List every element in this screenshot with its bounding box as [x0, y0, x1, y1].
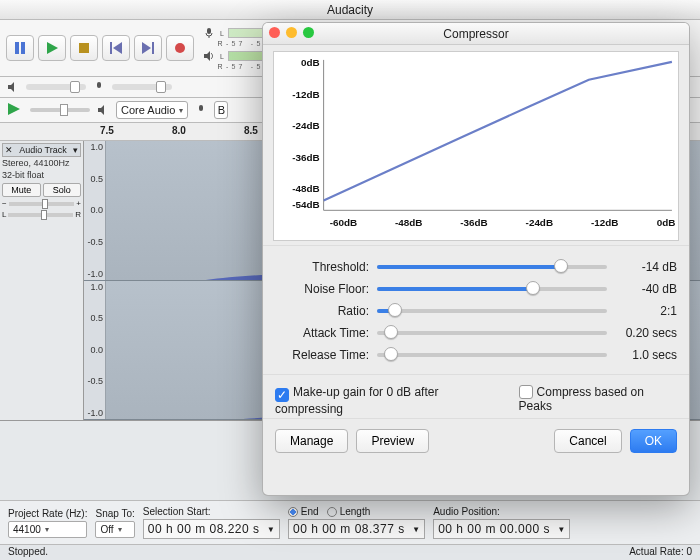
pan-r-label: R: [75, 210, 81, 219]
attack-slider[interactable]: [377, 331, 607, 335]
threshold-value: -14 dB: [615, 260, 677, 274]
ok-button[interactable]: OK: [630, 429, 677, 453]
amplitude-scale: 1.00.50.0-0.5-1.0: [84, 281, 106, 420]
status-text: Stopped.: [8, 546, 48, 559]
track-control-panel[interactable]: ✕ Audio Track ▾ Stereo, 44100Hz 32-bit f…: [0, 141, 84, 420]
rec-r-label: R: [216, 40, 224, 47]
audio-host-value: Core Audio: [121, 104, 175, 116]
selection-toolbar: Project Rate (Hz): 44100▾ Snap To: Off▾ …: [0, 500, 700, 544]
end-radio[interactable]: [288, 507, 298, 517]
svg-point-8: [175, 43, 185, 53]
noise-floor-label: Noise Floor:: [275, 282, 369, 296]
compressor-options: ✓Make-up gain for 0 dB after compressing…: [263, 374, 689, 418]
svg-marker-15: [98, 105, 104, 115]
pause-button[interactable]: [6, 35, 34, 61]
mic-icon: [194, 103, 208, 117]
track-menu[interactable]: ✕ Audio Track ▾: [2, 143, 81, 157]
close-track-icon[interactable]: ✕: [5, 145, 13, 155]
svg-text:0dB: 0dB: [657, 217, 676, 228]
audio-position-field[interactable]: 00 h 00 m 00.000 s ▾: [433, 519, 570, 539]
ratio-slider[interactable]: [377, 309, 607, 313]
svg-text:0dB: 0dB: [301, 57, 320, 68]
record-volume-slider[interactable]: [112, 84, 172, 90]
dialog-button-row: Manage Preview Cancel OK: [263, 418, 689, 463]
project-rate-select[interactable]: 44100▾: [8, 521, 87, 538]
release-value: 1.0 secs: [615, 348, 677, 362]
playback-speed-slider[interactable]: [30, 108, 90, 112]
skip-end-button[interactable]: [134, 35, 162, 61]
ruler-tick: 7.5: [100, 125, 114, 136]
skip-start-button[interactable]: [102, 35, 130, 61]
stop-button[interactable]: [70, 35, 98, 61]
svg-text:-48dB: -48dB: [292, 184, 319, 195]
pan-l-label: L: [2, 210, 6, 219]
chevron-down-icon: ▾: [45, 525, 49, 534]
snap-to-label: Snap To:: [95, 508, 134, 519]
play-l-label: L: [218, 53, 226, 60]
cancel-button[interactable]: Cancel: [554, 429, 621, 453]
attack-value: 0.20 secs: [615, 326, 677, 340]
track-gain-slider[interactable]: [9, 202, 75, 206]
speaker-icon: [202, 49, 216, 63]
record-device-select[interactable]: B: [214, 101, 228, 119]
solo-button[interactable]: Solo: [43, 183, 82, 197]
close-window-button[interactable]: [269, 27, 280, 38]
checkbox-checked-icon: ✓: [275, 388, 289, 402]
ratio-value: 2:1: [615, 304, 677, 318]
svg-marker-7: [142, 42, 151, 54]
noise-floor-value: -40 dB: [615, 282, 677, 296]
svg-text:-36dB: -36dB: [460, 217, 487, 228]
svg-marker-14: [8, 103, 20, 115]
preview-button[interactable]: Preview: [356, 429, 429, 453]
svg-text:-24dB: -24dB: [526, 217, 553, 228]
makeup-gain-checkbox[interactable]: ✓Make-up gain for 0 dB after compressing: [275, 385, 505, 416]
selection-start-field[interactable]: 00 h 00 m 08.220 s ▾: [143, 519, 280, 539]
compressor-dialog: Compressor 0dB -12dB -24dB -36dB -48dB -…: [262, 22, 690, 496]
track-format: Stereo, 44100Hz: [2, 157, 81, 169]
length-radio[interactable]: [327, 507, 337, 517]
svg-marker-5: [113, 42, 122, 54]
svg-rect-3: [79, 43, 89, 53]
play-button[interactable]: [38, 35, 66, 61]
actual-rate-text: Actual Rate: 0: [629, 546, 692, 559]
minimize-window-button[interactable]: [286, 27, 297, 38]
selection-end-field[interactable]: 00 h 00 m 08.377 s ▾: [288, 519, 425, 539]
mic-icon: [202, 26, 216, 40]
svg-rect-9: [207, 28, 211, 34]
rec-l-label: L: [218, 30, 226, 37]
zoom-window-button[interactable]: [303, 27, 314, 38]
end-label: End: [301, 506, 319, 517]
snap-to-select[interactable]: Off▾: [95, 521, 134, 538]
threshold-label: Threshold:: [275, 260, 369, 274]
svg-rect-0: [15, 42, 19, 54]
compressor-params: Threshold: -14 dB Noise Floor: -40 dB Ra…: [263, 245, 689, 374]
svg-rect-6: [152, 42, 154, 54]
speaker-icon: [96, 103, 110, 117]
release-slider[interactable]: [377, 353, 607, 357]
timeline-play-button[interactable]: [6, 101, 24, 119]
compress-peaks-checkbox[interactable]: Compress based on Peaks: [519, 385, 677, 416]
svg-rect-4: [110, 42, 112, 54]
mute-button[interactable]: Mute: [2, 183, 41, 197]
main-titlebar: Audacity: [0, 0, 700, 20]
threshold-slider[interactable]: [377, 265, 607, 269]
dialog-titlebar[interactable]: Compressor: [263, 23, 689, 45]
svg-marker-2: [47, 42, 58, 54]
amplitude-scale: 1.00.50.0-0.5-1.0: [84, 141, 106, 280]
audio-host-select[interactable]: Core Audio▾: [116, 101, 188, 119]
playback-volume-slider[interactable]: [26, 84, 86, 90]
ruler-tick: 8.5: [244, 125, 258, 136]
track-pan-slider[interactable]: [8, 213, 73, 217]
chevron-down-icon[interactable]: ▾: [73, 145, 78, 155]
manage-button[interactable]: Manage: [275, 429, 348, 453]
svg-rect-1: [21, 42, 25, 54]
dialog-title: Compressor: [443, 27, 508, 41]
compressor-curve-chart: 0dB -12dB -24dB -36dB -48dB -54dB -60dB …: [273, 51, 679, 241]
noise-floor-slider[interactable]: [377, 287, 607, 291]
record-button[interactable]: [166, 35, 194, 61]
svg-marker-11: [204, 51, 210, 61]
gain-plus-icon: +: [76, 199, 81, 208]
ruler-tick: 8.0: [172, 125, 186, 136]
speaker-icon: [6, 80, 20, 94]
checkbox-unchecked-icon: [519, 385, 533, 399]
